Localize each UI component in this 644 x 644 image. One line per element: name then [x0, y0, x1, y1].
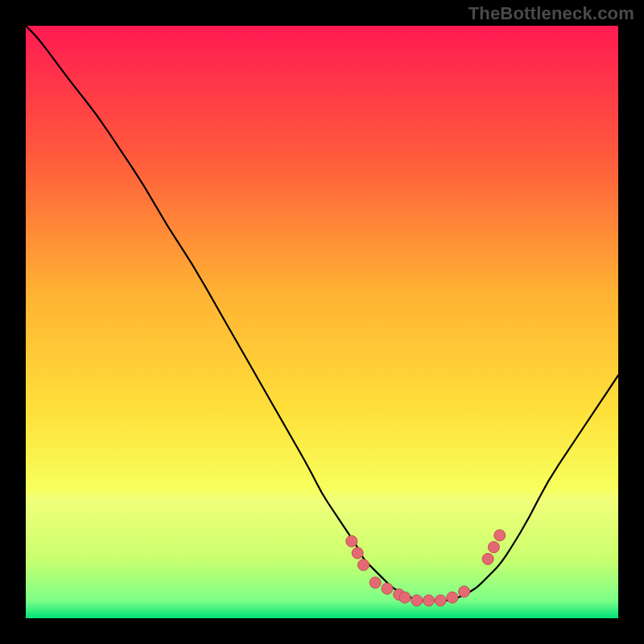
chart-frame: TheBottleneck.com — [0, 0, 644, 644]
data-point — [459, 586, 470, 597]
data-point — [369, 577, 381, 588]
data-point — [423, 595, 435, 606]
data-point — [435, 595, 446, 606]
data-point — [447, 592, 458, 603]
data-point — [382, 583, 393, 594]
data-point — [494, 530, 506, 541]
data-point — [411, 595, 423, 606]
data-point — [399, 592, 411, 603]
data-point — [358, 559, 369, 571]
data-point — [352, 547, 363, 559]
data-point — [482, 553, 493, 564]
gradient-background — [26, 26, 618, 618]
plot-area — [26, 26, 618, 618]
chart-svg — [26, 26, 618, 618]
watermark-text: TheBottleneck.com — [469, 3, 634, 24]
data-point — [346, 535, 357, 547]
data-point — [488, 542, 499, 553]
